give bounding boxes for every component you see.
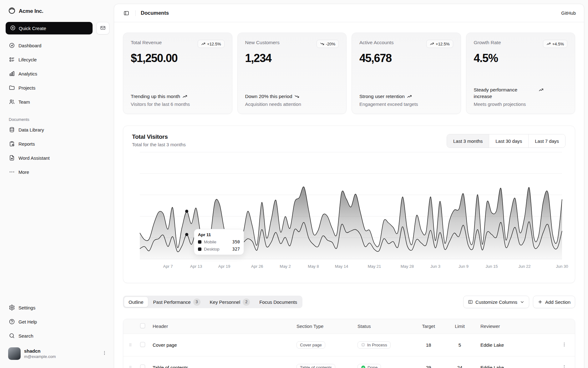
app-root: Acme Inc. Quick Create — [0, 0, 588, 368]
tab-key-personnel[interactable]: Key Personnel 2 — [205, 297, 255, 307]
avatar — [8, 347, 21, 360]
sidebar-item-label: Dashboard — [18, 43, 41, 48]
tab-outline[interactable]: Outline — [124, 297, 148, 307]
footer-nav: Settings Get Help Search — [6, 302, 109, 342]
stat-value: $1,250.00 — [131, 52, 225, 65]
acme-logo-icon — [8, 7, 16, 16]
stat-footline-2: Visitors for the last 6 months — [131, 101, 225, 107]
sidebar-item-search[interactable]: Search — [6, 330, 109, 342]
sidebar-item-more[interactable]: More — [6, 166, 109, 178]
gear-icon — [9, 304, 15, 311]
range-last-7-days[interactable]: Last 7 days — [528, 134, 565, 148]
status-badge: In Process — [357, 341, 391, 349]
row-actions-button[interactable] — [560, 341, 568, 349]
tab-past-performance[interactable]: Past Performance 3 — [149, 297, 205, 307]
trend-badge-value: -20% — [326, 42, 335, 46]
sidebar-spacer — [6, 178, 109, 297]
trend-badge-value: +4.5% — [552, 42, 564, 46]
more-vertical-icon — [562, 365, 567, 368]
sidebar-item-team[interactable]: Team — [6, 96, 109, 108]
sidebar-item-get-help[interactable]: Get Help — [6, 316, 109, 328]
trend-badge: +12.5% — [426, 40, 453, 48]
user-menu[interactable]: shadcn m@example.com — [6, 345, 109, 362]
trending-up-icon — [430, 42, 434, 46]
sidebar-item-data-library[interactable]: Data Library — [6, 124, 109, 136]
x-tick-label: May 2 — [280, 264, 291, 269]
sidebar-item-settings[interactable]: Settings — [6, 302, 109, 314]
select-all-checkbox[interactable] — [140, 323, 145, 328]
active-dot — [185, 210, 188, 213]
cell-header[interactable]: Table of contents — [150, 356, 294, 368]
cell-reviewer[interactable]: Eddie Lake — [475, 356, 554, 368]
sidebar-toggle-button[interactable] — [122, 9, 130, 17]
stat-title: New Customers — [245, 40, 280, 45]
github-link[interactable]: GitHub — [561, 10, 576, 16]
stat-value: 4.5% — [474, 52, 568, 65]
list-details-icon — [9, 56, 15, 63]
sidebar-item-lifecycle[interactable]: Lifecycle — [6, 54, 109, 65]
chart-bar-icon — [9, 70, 15, 77]
inbox-button[interactable] — [96, 22, 109, 34]
row-checkbox[interactable] — [140, 342, 145, 347]
quick-create-label: Quick Create — [19, 26, 46, 31]
columns-icon — [468, 299, 473, 304]
trend-badge: +4.5% — [543, 40, 567, 48]
more-vertical-icon[interactable] — [102, 350, 107, 357]
cell-header[interactable]: Cover page — [150, 334, 294, 356]
stat-cards: Total Revenue +12.5% $1,250.00 Trending … — [114, 22, 584, 114]
cell-reviewer[interactable]: Eddie Lake — [475, 334, 554, 356]
cell-target[interactable]: 29 — [413, 356, 444, 368]
add-section-button[interactable]: Add Section — [533, 296, 575, 308]
stat-footline-1: Trending up this month — [131, 93, 225, 100]
range-last-3-months[interactable]: Last 3 months — [447, 134, 489, 148]
quick-create-button[interactable]: Quick Create — [6, 22, 93, 34]
sidebar-item-label: Settings — [18, 305, 35, 310]
tab-focus-documents[interactable]: Focus Documents — [255, 297, 302, 307]
page-title: Documents — [141, 10, 169, 16]
mail-icon — [100, 25, 106, 32]
column-header: Status — [355, 319, 413, 334]
visitors-chart-card: Total Visitors Total for the last 3 mont… — [123, 126, 575, 283]
x-tick-label: Jun 15 — [485, 264, 498, 269]
cell-limit[interactable]: 24 — [444, 356, 475, 368]
sidebar-item-label: Data Library — [18, 127, 44, 132]
users-icon — [9, 99, 15, 105]
sidebar-item-label: Reports — [18, 141, 35, 147]
active-dot — [185, 233, 188, 236]
trending-down-icon — [320, 42, 324, 46]
circle-check-icon — [361, 365, 366, 368]
table-row[interactable]: Table of contents Table of contents Done… — [123, 356, 575, 368]
table-row[interactable]: Cover page Cover page In Process 18 5 Ed… — [123, 334, 575, 356]
tab-count-badge: 2 — [243, 298, 250, 306]
range-last-30-days[interactable]: Last 30 days — [489, 134, 528, 148]
stat-footline-2: Meets growth projections — [474, 101, 568, 107]
row-checkbox[interactable] — [140, 365, 145, 368]
drag-handle-icon[interactable] — [126, 365, 135, 368]
sections-toolbar: Outline Past Performance 3 Key Personnel… — [123, 296, 575, 308]
column-header: Reviewer — [475, 319, 554, 334]
trend-badge-value: +12.5% — [436, 42, 449, 46]
row-actions-button[interactable] — [560, 363, 568, 368]
stat-footline-2: Acquisition needs attention — [245, 101, 339, 107]
stat-card-new-customers: New Customers -20% 1,234 Down 20% this p… — [237, 33, 347, 114]
cell-target[interactable]: 18 — [413, 334, 444, 356]
brand[interactable]: Acme Inc. — [6, 6, 109, 17]
drag-handle-icon[interactable] — [126, 343, 135, 347]
x-tick-label: Apr 13 — [190, 264, 202, 269]
sidebar-item-projects[interactable]: Projects — [6, 82, 109, 94]
stat-title: Total Revenue — [131, 40, 162, 45]
section-type-badge: Table of contents — [297, 364, 335, 368]
trending-up-icon — [539, 87, 544, 92]
sidebar-item-word-assistant[interactable]: Word Assistant — [6, 152, 109, 164]
sidebar-item-reports[interactable]: Reports — [6, 138, 109, 150]
brand-name: Acme Inc. — [19, 8, 43, 14]
cell-limit[interactable]: 5 — [444, 334, 475, 356]
chart-plot-area[interactable]: Apr 11 Mobile 350 Desktop 327 — [140, 150, 562, 263]
sidebar-item-analytics[interactable]: Analytics — [6, 68, 109, 80]
sidebar-item-dashboard[interactable]: Dashboard — [6, 39, 109, 51]
customize-columns-button[interactable]: Customize Columns — [463, 296, 529, 308]
x-tick-label: Apr 26 — [251, 264, 263, 269]
x-tick-label: Jun 9 — [459, 264, 469, 269]
trending-up-icon — [546, 42, 551, 46]
quick-create-row: Quick Create — [6, 22, 109, 34]
